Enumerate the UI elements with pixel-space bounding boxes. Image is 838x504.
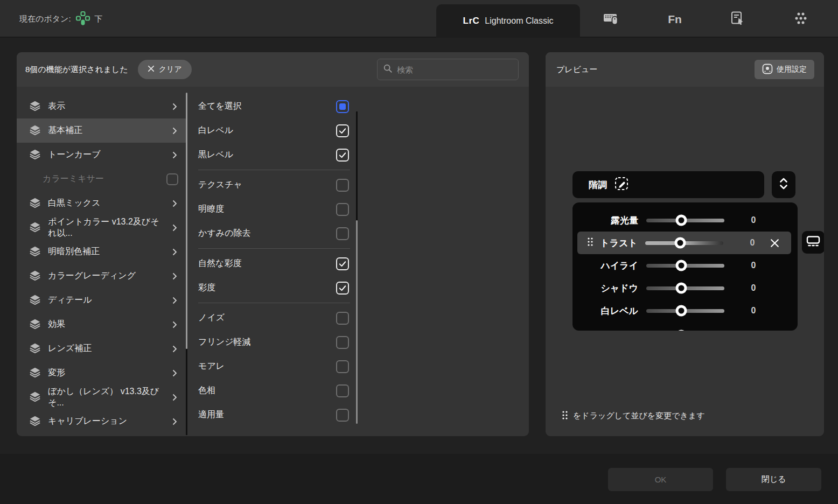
checkbox-unchecked[interactable] (336, 409, 349, 422)
dots-cluster-button[interactable] (790, 11, 812, 28)
slider-knob[interactable] (676, 260, 687, 271)
function-label: 色相 (198, 385, 215, 396)
fn-button[interactable]: Fn (664, 11, 686, 28)
keyboard-mouse-button[interactable] (601, 11, 623, 28)
chevron-right-icon (171, 200, 178, 207)
checkbox-unchecked[interactable] (336, 336, 349, 349)
function-scrollbar-thumb[interactable] (356, 220, 358, 424)
sidebar-item-calibration[interactable]: キャリブレーション (17, 409, 187, 433)
checkbox-unchecked[interactable] (336, 179, 349, 192)
ok-button-label: OK (655, 475, 667, 484)
sidebar-item-colormixer[interactable]: カラーミキサー (17, 167, 187, 191)
clear-button[interactable]: クリア (138, 60, 192, 79)
function-row[interactable]: フリンジ軽減 (188, 330, 357, 354)
sidebar-item-tonecurve[interactable]: トーンカーブ (17, 143, 187, 167)
slider-track[interactable] (646, 286, 724, 290)
search-input[interactable] (397, 65, 513, 74)
widget-title-bar[interactable]: 階調 (572, 171, 764, 198)
sidebar-item-pointcolor[interactable]: ポイントカラー v13.2及びそれ以... (17, 215, 187, 240)
clear-button-label: クリア (159, 65, 182, 74)
slider-track[interactable] (646, 309, 724, 313)
select-all-checkbox[interactable] (336, 100, 349, 113)
function-label: モアレ (198, 361, 225, 372)
drag-hint: をドラッグして並びを変更できます (562, 408, 705, 424)
sidebar-scrollbar-track[interactable] (186, 349, 187, 435)
slider-track[interactable] (646, 219, 724, 222)
checkbox-checked[interactable] (336, 124, 349, 137)
sidebar-item-detail[interactable]: ディテール (17, 288, 187, 312)
functions-panel: 8個の機能が選択されました クリア 表示 基本補正 トーンカーブ カラーミキサー… (17, 52, 529, 436)
function-row[interactable]: 黒レベル (188, 143, 357, 167)
sidebar-item-label: 白黒ミックス (48, 198, 101, 209)
widget-reorder-button[interactable] (772, 171, 795, 198)
slider-knob[interactable] (676, 305, 687, 317)
edit-icon[interactable] (614, 177, 628, 193)
sidebar-item-hyoji[interactable]: 表示 (17, 94, 187, 118)
sidebar-item-lenscorrection[interactable]: レンズ補正 (17, 337, 187, 361)
checkbox-unchecked[interactable] (336, 227, 349, 240)
function-row[interactable]: 自然な彩度 (188, 251, 357, 276)
sidebar-item-label: 効果 (48, 319, 65, 330)
checkbox-unchecked[interactable] (336, 384, 349, 397)
slider-label: 露光量 (572, 214, 638, 227)
display-target-button[interactable] (802, 231, 824, 254)
function-row[interactable]: かすみの除去 (188, 221, 357, 246)
sidebar-item-colorgrading[interactable]: カラーグレーディング (17, 264, 187, 288)
sidebar-item-transform[interactable]: 変形 (17, 361, 187, 385)
usage-settings-button[interactable]: 使用設定 (755, 60, 814, 79)
sidebar-item-effects[interactable]: 効果 (17, 312, 187, 337)
function-row[interactable]: 白レベル (188, 118, 357, 143)
checkbox-checked[interactable] (336, 282, 349, 295)
drag-hint-text: をドラッグして並びを変更できます (573, 411, 705, 421)
select-all-row[interactable]: 全てを選択 (188, 94, 357, 118)
function-label: 彩度 (198, 282, 215, 293)
checkbox-checked[interactable] (336, 149, 349, 162)
function-row[interactable]: モアレ (188, 354, 357, 379)
sidebar-scrollbar-thumb[interactable] (186, 93, 187, 349)
function-row[interactable]: ノイズ (188, 306, 357, 330)
close-icon (148, 65, 155, 74)
category-list: 表示 基本補正 トーンカーブ カラーミキサー 白黒ミックス ポイントカラー v1… (17, 94, 187, 433)
function-row[interactable]: 明瞭度 (188, 197, 357, 221)
close-button[interactable]: 閉じる (726, 468, 821, 491)
drag-handle-icon (562, 410, 568, 422)
function-label: かすみの除去 (198, 228, 251, 239)
tab-lightroom-classic[interactable]: LrC Lightroom Classic (436, 4, 580, 38)
layers-icon (30, 318, 40, 331)
slider-label: シャドウ (572, 282, 638, 295)
macro-document-button[interactable] (727, 11, 748, 28)
slider-knob[interactable] (676, 215, 687, 226)
selection-summary: 8個の機能が選択されました (25, 65, 128, 75)
sidebar-item-kihonhosei[interactable]: 基本補正 (17, 118, 187, 143)
function-row[interactable]: 色相 (188, 379, 357, 403)
sidebar-item-lensblur[interactable]: ぼかし（レンズ） v13.3及びそ... (17, 385, 187, 409)
slider-track[interactable] (646, 264, 724, 268)
slider-label: 黒レベル (572, 330, 638, 331)
function-row[interactable]: 適用量 (188, 403, 357, 427)
remove-slider-icon[interactable] (770, 238, 780, 248)
checkbox-unchecked[interactable] (336, 203, 349, 216)
slider-knob[interactable] (675, 237, 686, 249)
slider-knob[interactable] (676, 283, 687, 294)
sidebar-item-label: 表示 (48, 101, 65, 112)
checkbox-unchecked[interactable] (336, 312, 349, 325)
function-scrollbar-track[interactable] (356, 111, 358, 220)
drag-handle-icon[interactable] (587, 237, 593, 249)
topbar: 現在のボタン: 下 LrC Lightroom Classic Fn (0, 0, 838, 38)
slider-row: シャドウ 0 (572, 277, 798, 299)
checkbox-checked[interactable] (336, 257, 349, 270)
slider-knob[interactable] (676, 330, 687, 331)
ok-button[interactable]: OK (608, 468, 713, 491)
colormixer-checkbox[interactable] (166, 173, 178, 185)
function-label: ノイズ (198, 312, 225, 324)
slider-track[interactable] (645, 241, 723, 245)
function-list: 全てを選択 白レベル 黒レベル テクスチャ 明瞭度 かすみの除去 自然な彩度 彩… (188, 94, 357, 427)
function-row[interactable]: テクスチャ (188, 173, 357, 197)
sidebar-item-bwmix[interactable]: 白黒ミックス (17, 191, 187, 215)
slider-row-highlighted[interactable]: トラスト 0 (577, 232, 791, 254)
monitor-icon (806, 235, 820, 249)
function-row[interactable]: 彩度 (188, 276, 357, 300)
checkbox-unchecked[interactable] (336, 360, 349, 373)
footer-bar: OK 閉じる (0, 454, 838, 504)
sidebar-item-luminance-color[interactable]: 明暗別色補正 (17, 240, 187, 264)
